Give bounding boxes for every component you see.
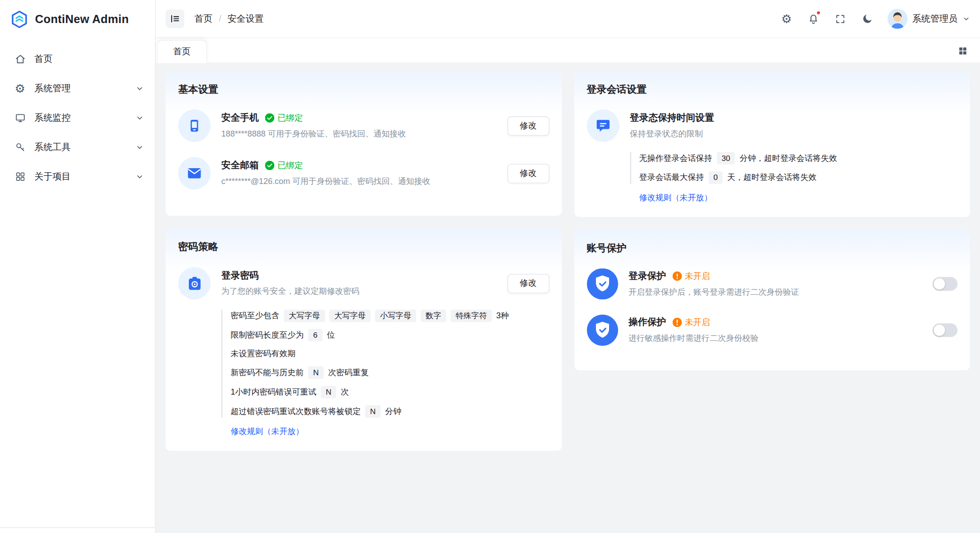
- check-circle-icon: [265, 161, 275, 170]
- value-chip: 6: [308, 329, 323, 342]
- item-title: 安全手机: [221, 112, 259, 124]
- modify-email-button[interactable]: 修改: [507, 164, 549, 183]
- sidebar-item-system-tools[interactable]: 系统工具: [0, 132, 155, 162]
- operation-protection-toggle[interactable]: [933, 323, 957, 337]
- password-rules: 密码至少包含 大写字母 大写字母 小写字母 数字 特殊字符 3种 限制密码长度至…: [221, 310, 549, 418]
- session-keep-item: 登录态保持时间设置 保持登录状态的限制: [586, 109, 957, 142]
- rule-text: 分钟: [385, 406, 401, 417]
- sidebar-item-home[interactable]: 首页: [0, 44, 155, 74]
- tag: 大写字母: [284, 310, 325, 322]
- status-text: 已绑定: [277, 112, 303, 123]
- rule-history: 新密码不能与历史前 N 次密码重复: [230, 367, 549, 379]
- operation-protection-item: 操作保护 未开启 进行敏感操作时需进行二次身份校验: [586, 315, 957, 346]
- account-protection-card: 账号保护 登录保护: [574, 230, 970, 370]
- rule-text: 限制密码长度至少为: [230, 330, 304, 341]
- warning-circle-icon: [672, 271, 682, 281]
- modify-rules-link[interactable]: 修改规则（未开放）: [639, 192, 712, 203]
- value-chip: N: [308, 367, 324, 379]
- breadcrumb-home[interactable]: 首页: [194, 13, 212, 24]
- modify-password-button[interactable]: 修改: [507, 274, 549, 293]
- rule-retry: 1小时内密码错误可重试 N 次: [230, 386, 549, 398]
- status-badge: 未开启: [672, 317, 710, 328]
- notifications-button[interactable]: [803, 8, 824, 29]
- session-rules: 无操作登录会话保持 30 分钟，超时登录会话将失效 登录会话最大保持 0 天，超…: [630, 152, 958, 184]
- top-header: 首页 / 安全设置 ⚙: [155, 0, 980, 38]
- modify-rules-link[interactable]: 修改规则（未开放）: [230, 426, 304, 437]
- rule-text: 位: [327, 330, 335, 341]
- rule-text: 登录会话最大保持: [639, 172, 704, 183]
- item-title: 登录保护: [628, 270, 666, 282]
- moon-icon: [862, 13, 873, 24]
- sidebar-item-label: 系统管理: [34, 83, 127, 94]
- rule-contains: 密码至少包含 大写字母 大写字母 小写字母 数字 特殊字符 3种: [230, 310, 549, 322]
- item-description: 188****8888 可用于身份验证、密码找回、通知接收: [221, 128, 497, 140]
- sidebar-item-label: 首页: [34, 53, 144, 65]
- settings-button[interactable]: ⚙: [776, 8, 797, 29]
- item-description: 为了您的账号安全，建议定期修改密码: [221, 286, 497, 297]
- grid-icon: [958, 46, 967, 56]
- rule-min-length: 限制密码长度至少为 6 位: [230, 329, 549, 342]
- sidebar-footer: [0, 527, 155, 533]
- value-chip: 30: [717, 152, 735, 165]
- fullscreen-icon: [835, 14, 846, 24]
- breadcrumb-current: 安全设置: [228, 13, 264, 24]
- app-title: ContiNew Admin: [35, 12, 129, 26]
- rule-text: 1小时内密码错误可重试: [230, 387, 316, 398]
- gear-icon: ⚙: [781, 13, 792, 24]
- toggle-knob: [934, 325, 945, 336]
- tag: 大写字母: [329, 310, 370, 322]
- chevron-down-icon: [136, 143, 144, 151]
- dark-mode-button[interactable]: [857, 8, 878, 29]
- modify-phone-button[interactable]: 修改: [507, 116, 549, 136]
- sidebar-item-label: 系统工具: [34, 142, 127, 153]
- tools-icon: [14, 142, 26, 153]
- sidebar-item-system-monitor[interactable]: 系统监控: [0, 103, 155, 132]
- rule-text: 天，超时登录会话将失效: [727, 172, 816, 183]
- user-menu[interactable]: 系统管理员: [887, 9, 970, 28]
- sidebar: ContiNew Admin 首页 ⚙ 系统管理 系统监控: [0, 0, 155, 533]
- rule-no-expiry: 未设置密码有效期: [230, 348, 549, 359]
- header-actions: ⚙: [776, 8, 970, 29]
- chevron-down-icon: [136, 173, 144, 181]
- login-session-card: 登录会话设置 登录态保持时间设置 保持登录状态的限制: [574, 71, 970, 217]
- card-title: 账号保护: [586, 242, 957, 255]
- rule-text: 3种: [496, 310, 509, 321]
- basic-settings-card: 基本设置 安全手机: [166, 71, 562, 216]
- item-description: 保持登录状态的限制: [630, 128, 958, 140]
- toggle-knob: [934, 278, 945, 290]
- mail-icon: [178, 157, 211, 189]
- warning-circle-icon: [672, 318, 682, 327]
- login-password-item: 登录密码 为了您的账号安全，建议定期修改密码 修改: [178, 267, 549, 300]
- rule-max-keep: 登录会话最大保持 0 天，超时登录会话将失效: [639, 171, 957, 184]
- login-protection-toggle[interactable]: [933, 277, 957, 291]
- page-content: 基本设置 安全手机: [155, 63, 980, 533]
- apps-grid-icon: [14, 171, 26, 182]
- safe-lock-icon: [178, 267, 211, 300]
- sidebar-item-about-project[interactable]: 关于项目: [0, 162, 155, 191]
- card-title: 密码策略: [178, 241, 549, 254]
- chevron-down-icon: [962, 15, 970, 23]
- tab-layout-button[interactable]: [954, 42, 971, 60]
- status-text: 已绑定: [277, 160, 303, 171]
- value-chip: 0: [708, 171, 723, 184]
- tab-home[interactable]: 首页: [157, 40, 207, 63]
- breadcrumb: 首页 / 安全设置: [194, 13, 264, 24]
- item-body: 登录保护 未开启 开启登录保护后，账号登录需进行二次身份验证: [628, 270, 922, 298]
- item-title: 登录密码: [221, 269, 259, 281]
- gear-icon: ⚙: [14, 83, 26, 94]
- sidebar-collapse-button[interactable]: [166, 9, 184, 28]
- sidebar-item-system-management[interactable]: ⚙ 系统管理: [0, 74, 155, 103]
- value-chip: N: [365, 405, 381, 418]
- tag: 特殊字符: [450, 310, 492, 322]
- sidebar-item-label: 系统监控: [34, 112, 127, 124]
- item-body: 操作保护 未开启 进行敏感操作时需进行二次身份校验: [628, 316, 922, 344]
- chat-icon: [586, 109, 619, 142]
- item-description: 开启登录保护后，账号登录需进行二次身份验证: [628, 287, 922, 298]
- item-description: c********@126.com 可用于身份验证、密码找回、通知接收: [221, 176, 497, 187]
- security-email-item: 安全邮箱 已绑定 c********@126.com 可用于身份验证、密码找回、…: [178, 157, 549, 189]
- logo[interactable]: ContiNew Admin: [0, 0, 155, 38]
- item-description: 进行敏感操作时需进行二次身份校验: [628, 333, 922, 344]
- fullscreen-button[interactable]: [830, 8, 851, 29]
- rule-text: 新密码不能与历史前: [230, 367, 304, 378]
- rule-text: 无操作登录会话保持: [639, 153, 712, 164]
